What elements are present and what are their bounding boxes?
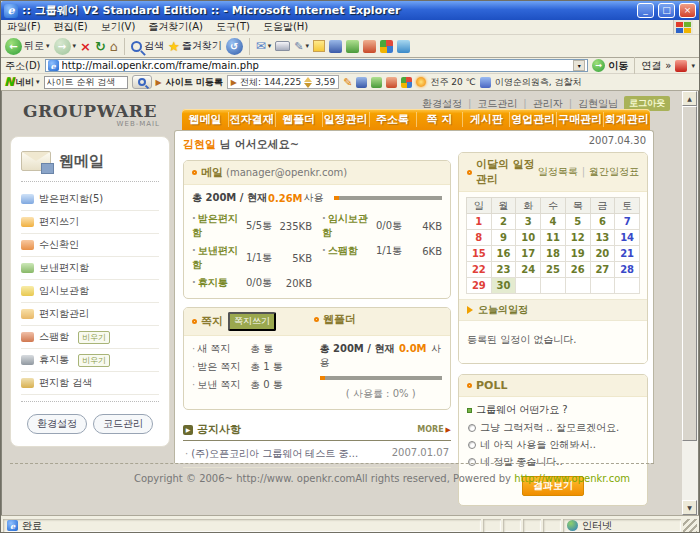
nav-memo[interactable]: 쪽 지	[417, 112, 464, 127]
radio-button[interactable]	[468, 424, 476, 432]
sidebar-item-compose[interactable]: 편지쓰기	[21, 211, 159, 234]
minimize-button[interactable]: _	[637, 3, 654, 18]
sidebar-item-drafts[interactable]: 임시보관함	[21, 280, 159, 303]
naver-logo-button[interactable]: N 네비 ▾	[4, 75, 40, 89]
edit-button[interactable]: ✎ ▾	[294, 40, 309, 53]
naver-tool-icon-3[interactable]	[386, 77, 397, 88]
links-chevron-icon[interactable]: »	[665, 60, 671, 71]
nav-board[interactable]: 게시판	[463, 112, 510, 127]
sidebar-item-folder-manage[interactable]: 편지함관리	[21, 303, 159, 326]
folder-link[interactable]: 휴지통	[192, 276, 240, 290]
close-button[interactable]: ×	[679, 3, 696, 18]
vertical-scrollbar[interactable]: ▲ ▼	[682, 91, 698, 515]
menu-view[interactable]: 보기(V)	[101, 20, 136, 34]
back-button[interactable]: ← 뒤로 ▾	[5, 38, 50, 55]
naver-dropdown-icon[interactable]: ▾	[36, 78, 40, 86]
acrobat-dropdown-icon[interactable]: ▾	[691, 62, 695, 70]
address-dropdown-icon[interactable]: ▾	[573, 60, 585, 71]
addon-button-2[interactable]	[346, 40, 359, 53]
window-title: :: 그룹웨어 V2 Standard Edition :: - Microso…	[22, 3, 633, 18]
address-url[interactable]: http://mail.openkr.com/frame/main.php	[62, 60, 571, 71]
addon-button-1[interactable]	[329, 40, 342, 53]
naver-tool-icon-4[interactable]	[401, 77, 412, 88]
mail-usage-bar	[334, 196, 442, 200]
menu-edit[interactable]: 편집(E)	[54, 20, 88, 34]
naver-search-button[interactable]	[132, 75, 152, 89]
naver-tool-icon-1[interactable]	[356, 77, 367, 88]
footer-link-1[interactable]: http://www. openkr.com	[236, 473, 355, 484]
nav-approval[interactable]: 전자결재	[229, 112, 276, 127]
acrobat-icon[interactable]	[675, 60, 687, 72]
print-button[interactable]	[275, 41, 290, 51]
monthly-schedule-link[interactable]: 월간일정표	[589, 165, 639, 179]
memo-row-label[interactable]: 새 쪽지	[192, 342, 250, 356]
forward-dropdown-icon[interactable]: ▾	[73, 42, 77, 50]
folder-link[interactable]: 임시보관함	[322, 212, 370, 240]
radio-button[interactable]	[468, 458, 476, 466]
notice-item-link[interactable]: (주)오픈코리아 그룹웨어 테스트 중...	[185, 447, 392, 461]
sidebar-item-trash[interactable]: 휴지통비우기	[21, 349, 159, 372]
radio-button[interactable]	[468, 441, 476, 449]
naver-search-input[interactable]	[44, 76, 128, 89]
menu-tools[interactable]: 도구(T)	[216, 20, 250, 34]
weather-label[interactable]: 전주 20 ℃	[430, 76, 475, 89]
mail-button[interactable]: ✉ ▾	[256, 39, 272, 53]
nav-accounting[interactable]: 회계관리	[604, 112, 650, 127]
nav-contacts[interactable]: 주소록	[370, 112, 417, 127]
refresh-button[interactable]: ↻	[95, 39, 106, 54]
news-ticker[interactable]: 이영순의원측, 검찰처	[495, 76, 582, 89]
history-button[interactable]: ↺	[226, 38, 243, 55]
nav-sales[interactable]: 영업관리	[510, 112, 557, 127]
code-manage-button[interactable]: 코드관리	[93, 414, 153, 434]
footer-link-2[interactable]: http://www.openkr.com	[514, 473, 630, 484]
home-button[interactable]: ⌂	[110, 39, 118, 54]
go-button[interactable]: → 이동	[592, 59, 628, 73]
discuss-button[interactable]	[313, 40, 325, 52]
resize-grip[interactable]	[683, 519, 697, 532]
favorites-button[interactable]: ★ 즐겨찾기	[168, 39, 222, 54]
sidebar-item-receipt-check[interactable]: 수신확인	[21, 234, 159, 257]
empty-trash-button[interactable]: 비우기	[78, 354, 110, 367]
sidebar-item-sent[interactable]: 보낸편지함	[21, 257, 159, 280]
scroll-down-button[interactable]: ▼	[682, 500, 697, 515]
nav-webfolder[interactable]: 웹폴더	[276, 112, 323, 127]
mail-dropdown-icon[interactable]: ▾	[268, 42, 272, 50]
back-dropdown-icon[interactable]: ▾	[46, 42, 50, 50]
notice-more-link[interactable]: MORE ▶	[417, 425, 451, 434]
menu-help[interactable]: 도움말(H)	[263, 20, 308, 34]
sidebar-item-mail-search[interactable]: 편지함 검색	[21, 372, 159, 395]
pencil-icon[interactable]: ✎	[343, 76, 352, 89]
addon-button-3[interactable]	[363, 40, 376, 53]
window-titlebar[interactable]: e :: 그룹웨어 V2 Standard Edition :: - Micro…	[1, 1, 699, 20]
calendar-day: 12	[565, 230, 590, 246]
menu-favorites[interactable]: 즐겨찾기(A)	[148, 20, 203, 34]
stop-button[interactable]: ×	[80, 39, 91, 54]
folder-link[interactable]: 보낸편지함	[192, 244, 240, 272]
addon-button-4[interactable]	[380, 40, 393, 53]
naver-tool-icon-2[interactable]	[371, 77, 382, 88]
search-button[interactable]: 검색	[131, 39, 164, 53]
addon-button-5[interactable]	[397, 40, 410, 53]
forward-button[interactable]: → ▾	[54, 38, 77, 55]
empty-spam-button[interactable]: 비우기	[78, 331, 110, 344]
scroll-up-button[interactable]: ▲	[682, 91, 697, 106]
menu-file[interactable]: 파일(F)	[7, 20, 41, 34]
sidebar-item-spam[interactable]: 스팸함비우기	[21, 326, 159, 349]
sidebar-item-inbox[interactable]: 받은편지함(5)	[21, 188, 159, 211]
memo-row-label[interactable]: 보낸 쪽지	[192, 378, 250, 392]
schedule-list-link[interactable]: 일정목록	[538, 165, 585, 179]
links-label[interactable]: 연결	[641, 59, 661, 73]
memo-row-label[interactable]: 받은 쪽지	[192, 360, 250, 374]
edit-dropdown-icon[interactable]: ▾	[306, 42, 310, 50]
nav-webmail[interactable]: 웹메일	[182, 112, 229, 127]
maximize-button[interactable]: □	[658, 3, 675, 18]
nav-schedule[interactable]: 일정관리	[323, 112, 370, 127]
nav-purchase[interactable]: 구매관리	[557, 112, 604, 127]
site-status-label[interactable]: 사이트 미등록	[166, 76, 223, 89]
folder-link[interactable]: 스팸함	[322, 244, 370, 258]
folder-link[interactable]: 받은편지함	[192, 212, 240, 240]
write-memo-button[interactable]: 쪽지쓰기	[228, 312, 276, 331]
address-input[interactable]: e http://mail.openkr.com/frame/main.php …	[45, 59, 589, 72]
scrollbar-thumb[interactable]	[682, 106, 697, 441]
env-settings-button[interactable]: 환경설정	[27, 414, 87, 434]
